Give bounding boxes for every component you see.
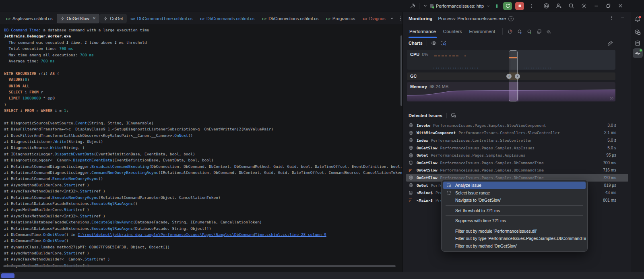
- console-line: at DbCommandTime.OnGetSlow(): [4, 238, 402, 244]
- tab-label: DbConnections.cshtml.cs: [268, 16, 318, 21]
- issue-method: Index: [417, 138, 428, 143]
- chevron-down-icon[interactable]: [423, 4, 427, 8]
- notifications-bell-icon[interactable]: [634, 16, 641, 24]
- console-link[interactable]: C:\root\dotnet\jetbrains-dpa-sample\Perf…: [78, 232, 326, 237]
- range-handle-right[interactable]: ›: [515, 74, 520, 79]
- menu-item-filter-out-by-module-performanceissues-d[interactable]: Filter out by module 'PerformanceIssues.…: [443, 227, 586, 235]
- settings-gear-icon[interactable]: [581, 3, 587, 9]
- issue-method: OnGetSlow: [417, 161, 437, 165]
- dpa-issue-console[interactable]: DB Command Time: a database command with…: [0, 25, 402, 272]
- csharp-file-icon: C#: [326, 16, 330, 21]
- visibility-eye-icon[interactable]: [431, 40, 437, 46]
- console-line: at IDiagnosticsLogger.DispatchEventData(…: [4, 151, 402, 157]
- pause-icon[interactable]: [495, 4, 500, 8]
- toolbar-divider: [419, 3, 419, 9]
- menu-item-label: Suppress with time 721 ms: [455, 218, 506, 223]
- menu-item-label: Select issue range: [455, 190, 490, 195]
- globe-icon: [409, 153, 414, 158]
- issue-time: 43 ms: [605, 190, 616, 195]
- process-label: Process: PerformanceIssues.exe: [438, 16, 506, 21]
- detected-issue-row[interactable]: OnGetSlowPerformanceIssues.Pages.Samples…: [406, 167, 628, 174]
- run-configuration-selector[interactable]: PerformanceIssues: http: [430, 4, 490, 8]
- detected-issue-row[interactable]: OnGetSlowPerformanceIssues.Pages.Samples…: [406, 144, 628, 152]
- globe-icon: [409, 123, 414, 128]
- database-icon[interactable]: [635, 40, 641, 46]
- menu-item-navigate-to-ongetslow-[interactable]: Navigate to 'OnGetSlow': [443, 196, 586, 204]
- monitoring-tab-performance[interactable]: Performance: [409, 25, 437, 38]
- globe-icon: [409, 130, 414, 135]
- console-line: LIMIT 10000000 * @p0: [4, 95, 402, 101]
- menu-item-label: Set threshold to 721 ms: [455, 208, 500, 213]
- issue-time: 3.0 s: [607, 123, 616, 128]
- sqltime-icon: [409, 167, 414, 173]
- editor-tab-dbconnections-cshtml-cs[interactable]: C#DbConnections.cshtml.cs: [258, 14, 322, 23]
- monitoring-tab-environment[interactable]: Environment: [469, 25, 496, 38]
- editor-tab-onget[interactable]: OnGet: [100, 14, 126, 23]
- chart-settings-gear-icon[interactable]: [546, 29, 552, 34]
- hidden-tabs-chevron-icon[interactable]: [390, 16, 394, 21]
- taskbar-accent-button[interactable]: [1, 273, 14, 278]
- monitoring-header: Monitoring Process: PerformanceIssues.ex…: [403, 12, 631, 25]
- clear-charts-broom-icon[interactable]: [607, 40, 613, 46]
- editor-tab-dbcommands-cshtml-cs[interactable]: C#DbCommands.cshtml.cs: [196, 14, 258, 23]
- menu-item-set-threshold-to-721-ms[interactable]: Set threshold to 721 ms: [443, 207, 586, 215]
- issue-time: 700 ms: [603, 161, 616, 165]
- layers-icon[interactable]: [537, 29, 542, 34]
- panel-minimize-icon[interactable]: [620, 15, 625, 20]
- editor-tab-diagnos[interactable]: C#Diagnos: [359, 14, 389, 23]
- detected-issue-row[interactable]: IndexPerformanceIssues.Controllers.SlowC…: [406, 136, 628, 144]
- build-hammer-icon[interactable]: [410, 3, 415, 9]
- rerun-debugger-button[interactable]: [503, 2, 512, 10]
- profiling-circle-icon[interactable]: [508, 29, 513, 34]
- monitoring-tab-counters[interactable]: Counters: [442, 25, 463, 38]
- detected-issue-row[interactable]: OnGetSlowPerformanceIssues.Pages.Samples…: [406, 159, 628, 167]
- editor-tab-ongetslow[interactable]: OnGetSlow✕: [57, 14, 100, 23]
- csharp-file-icon: C#: [363, 16, 367, 21]
- detected-issue-row[interactable]: WithViewComponentPerformanceIssues.Contr…: [406, 129, 628, 137]
- console-line: Average time: 700 ms: [4, 58, 402, 64]
- menu-item-label: Filter out by module 'PerformanceIssues.…: [455, 229, 537, 234]
- zoom-selection-icon[interactable]: [441, 40, 446, 46]
- tab-label: OnGetSlow: [67, 16, 89, 21]
- cpu-activity-mark: [464, 56, 466, 56]
- ai-assistant-icon[interactable]: [543, 3, 549, 9]
- stop-button[interactable]: [515, 2, 524, 10]
- memory-snapshot-green-icon[interactable]: [527, 29, 532, 34]
- horizontal-scrollbar[interactable]: [3, 265, 396, 267]
- issue-context-menu: Analyze issueSelect issue rangeNavigate …: [441, 180, 588, 252]
- help-icon[interactable]: ?: [508, 16, 514, 21]
- search-everywhere-icon[interactable]: [568, 3, 574, 9]
- detected-issue-row[interactable]: InvokePerformanceIssues.Pages.Samples.Sl…: [406, 122, 628, 129]
- memory-snapshot-blue-icon[interactable]: [517, 29, 522, 34]
- close-tab-icon[interactable]: ✕: [93, 16, 96, 21]
- menu-item-select-issue-range[interactable]: Select issue range: [443, 189, 586, 197]
- window-close-icon[interactable]: [618, 3, 623, 8]
- console-link[interactable]: DB Command Time: [4, 28, 39, 32]
- range-handle-left[interactable]: ‹: [506, 74, 512, 79]
- detected-issue-row[interactable]: OnGetPerformanceIssues.Pages.Samples.Asp…: [406, 151, 628, 159]
- panel-options-kebab-icon[interactable]: [609, 15, 614, 20]
- editor-tab-bar: C#AspIssues.cshtml.csOnGetSlow✕OnGetC#Db…: [0, 12, 402, 25]
- menu-item-filter-out-by-type-performanceissues-pag[interactable]: Filter out by type 'PerformanceIssues.Pa…: [443, 235, 586, 242]
- vertical-scrollbar[interactable]: [400, 35, 402, 106]
- window-restore-icon[interactable]: [606, 3, 611, 8]
- menu-item-label: Analyze issue: [455, 183, 481, 188]
- more-actions-kebab-icon[interactable]: [529, 4, 534, 8]
- editor-tab-program-cs[interactable]: C#Program.cs: [322, 14, 359, 23]
- console-line: at DsesFilterAndTransform+<>c__DisplayCl…: [4, 126, 402, 132]
- active-process-dot: [640, 49, 642, 52]
- editor-tab-aspissues-cshtml-cs[interactable]: C#AspIssues.cshtml.cs: [2, 14, 56, 23]
- menu-item-analyze-issue[interactable]: Analyze issue: [443, 182, 586, 189]
- issue-range-selector[interactable]: ‹ ›: [509, 50, 518, 101]
- editor-tab-dbcommandtime-cshtml-cs[interactable]: C#DbCommandTime.cshtml.cs: [127, 14, 196, 23]
- code-with-me-user-plus-icon[interactable]: [556, 3, 562, 9]
- dpa-monitoring-icon[interactable]: [634, 29, 641, 35]
- window-minimize-icon[interactable]: [594, 3, 599, 8]
- globe-icon: [409, 175, 414, 180]
- cpu-value: 0%: [422, 52, 428, 57]
- analyze-bubble-icon[interactable]: [451, 113, 456, 118]
- menu-item-suppress-with-time-721-ms[interactable]: Suppress with time 721 ms: [443, 217, 586, 225]
- monitoring-tool-window-button[interactable]: [633, 48, 643, 58]
- tab-options-kebab-icon[interactable]: [398, 16, 403, 21]
- menu-item-filter-out-by-method-ongetslow-[interactable]: Filter out by method 'OnGetSlow': [443, 242, 586, 250]
